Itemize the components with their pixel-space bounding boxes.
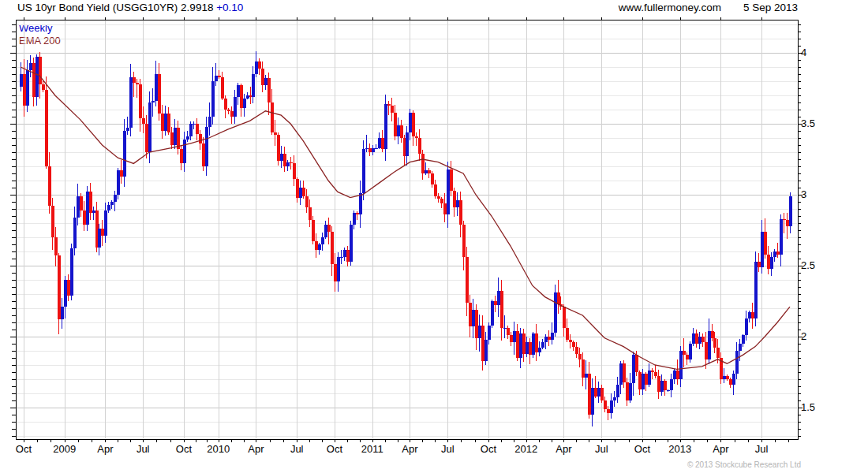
candle: [26, 70, 29, 106]
candle: [418, 138, 421, 154]
candle: [610, 400, 613, 413]
candle: [381, 138, 384, 149]
candle: [745, 318, 748, 336]
x-axis-label: Apr: [402, 443, 417, 455]
candle: [786, 220, 789, 225]
candle: [331, 232, 334, 264]
candle: [174, 128, 177, 145]
candle: [494, 301, 497, 305]
candle: [726, 376, 729, 379]
candle: [783, 219, 786, 221]
candle: [170, 132, 174, 145]
candle: [39, 57, 42, 84]
candle: [164, 114, 167, 131]
candle: [635, 355, 638, 372]
candle: [510, 335, 513, 342]
candle: [654, 372, 657, 376]
candle: [397, 125, 400, 136]
candle: [302, 188, 305, 196]
x-axis-label: Jul: [290, 443, 304, 455]
candle: [283, 154, 286, 166]
candle: [526, 342, 529, 353]
x-axis-label: Apr: [713, 443, 728, 455]
candle: [764, 232, 767, 255]
candle: [234, 97, 237, 117]
candle: [243, 99, 246, 109]
ema-line: [21, 67, 790, 369]
candle: [152, 101, 155, 102]
candle: [575, 347, 578, 354]
candle: [585, 374, 588, 378]
candle: [447, 169, 450, 215]
x-axis-label: 2011: [361, 443, 383, 455]
candle: [155, 74, 158, 101]
candle: [167, 114, 170, 132]
candle: [356, 213, 359, 214]
candle: [563, 307, 566, 328]
candle: [230, 111, 234, 117]
candle: [346, 250, 350, 261]
candle: [321, 237, 324, 244]
candle: [466, 257, 469, 303]
candle: [619, 363, 623, 385]
candle: [716, 348, 720, 358]
x-axis-label: 2010: [207, 443, 230, 455]
candle: [551, 333, 554, 340]
candle: [770, 257, 773, 268]
candle: [98, 229, 101, 247]
x-axis-label: 2009: [53, 443, 76, 455]
candle: [664, 381, 667, 391]
x-axis-label: Jul: [137, 443, 150, 455]
x-axis-label: Jul: [441, 443, 455, 455]
candle: [264, 78, 268, 85]
candle: [626, 382, 629, 400]
candle: [412, 113, 415, 137]
candle: [648, 371, 651, 385]
candle: [591, 388, 594, 415]
candle: [415, 136, 418, 138]
candle: [529, 342, 532, 355]
candle: [459, 200, 462, 225]
candle: [58, 255, 61, 319]
candle: [148, 102, 152, 152]
candle: [642, 374, 645, 389]
candle: [51, 206, 54, 237]
candle: [491, 301, 494, 326]
candle: [578, 354, 582, 359]
candle: [362, 149, 365, 193]
chart-window: US 10yr Bond Yield (USGG10YR) 2.9918 +0.…: [0, 0, 868, 473]
candle: [456, 200, 459, 207]
candle: [290, 162, 293, 164]
candle: [481, 326, 485, 361]
candle: [227, 110, 230, 111]
candle: [541, 342, 544, 348]
candle: [394, 113, 397, 137]
candle: [723, 376, 726, 379]
candle: [54, 237, 58, 255]
y-axis-label: 3.5: [801, 117, 815, 129]
candle: [431, 173, 434, 184]
candle: [221, 77, 224, 99]
candle: [475, 310, 478, 338]
candle: [748, 312, 751, 318]
candle: [196, 124, 199, 134]
candle: [202, 143, 205, 166]
y-axis-label: 4: [801, 47, 806, 58]
y-axis-label: 1.5: [801, 401, 815, 413]
x-axis-label: Oct: [481, 443, 496, 455]
candle: [246, 95, 249, 99]
candle: [280, 154, 283, 161]
candle: [29, 63, 32, 70]
candle: [711, 331, 714, 338]
candle: [660, 381, 664, 392]
y-axis-label: 3: [801, 188, 806, 200]
candle: [77, 196, 80, 218]
candle: [754, 262, 758, 318]
candle: [286, 162, 290, 166]
candle: [739, 344, 742, 351]
candle: [548, 337, 551, 340]
candle: [683, 351, 686, 355]
candle: [604, 400, 607, 409]
candle: [391, 106, 394, 113]
candle: [110, 202, 114, 205]
